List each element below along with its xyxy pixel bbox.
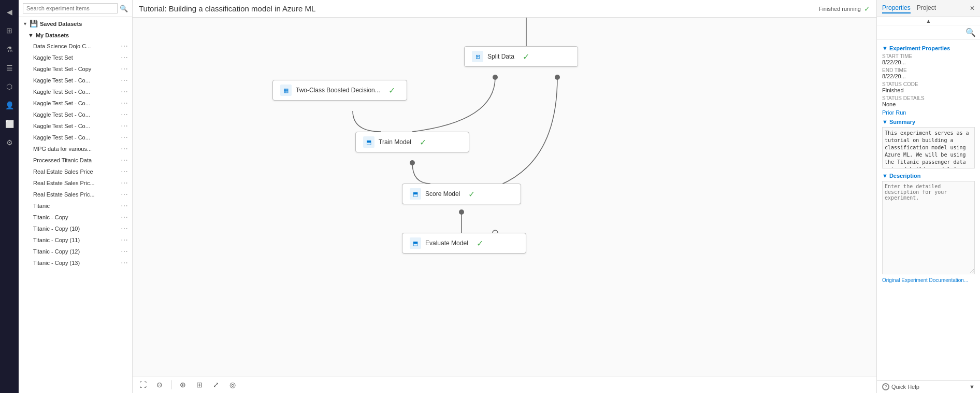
canvas[interactable]: ⊞ Split Data ✓ ▦ Two-Class Boosted Decis… [133, 18, 876, 376]
titanic-copy-13-item[interactable]: Titanic - Copy (13)⋯ [19, 257, 132, 269]
fit-button[interactable]: ⛶ [137, 378, 149, 391]
list-item[interactable]: Kaggle Test Set⋯ [19, 52, 132, 63]
list-item[interactable]: Real Estate Sales Price⋯ [19, 166, 132, 177]
description-section: ▼ Description [882, 173, 975, 179]
modules-icon[interactable]: ⬜ [2, 116, 17, 132]
experiments-icon[interactable]: ⚗ [2, 41, 17, 57]
table-view-button[interactable]: ⊞ [193, 378, 206, 391]
tab-project[interactable]: Project [917, 3, 936, 13]
train-model-node[interactable]: ⬒ Train Model ✓ [355, 132, 469, 152]
item-menu-icon[interactable]: ⋯ [121, 167, 128, 176]
item-menu-icon[interactable]: ⋯ [121, 247, 128, 256]
end-time-value: 8/22/20... [882, 73, 975, 79]
item-menu-icon[interactable]: ⋯ [121, 202, 128, 210]
zoom-out-button[interactable]: ⊖ [153, 378, 166, 391]
split-data-node[interactable]: ⊞ Split Data ✓ [464, 46, 578, 67]
list-item[interactable]: Kaggle Test Set - Co...⋯ [19, 109, 132, 120]
quick-help-section[interactable]: ? Quick Help ▼ [877, 380, 980, 393]
tab-properties[interactable]: Properties [882, 3, 911, 13]
list-item[interactable]: Kaggle Test Set - Co...⋯ [19, 75, 132, 86]
split-data-label: Split Data [487, 53, 514, 60]
two-class-check-icon: ✓ [388, 86, 395, 95]
data-icon[interactable]: ☰ [2, 60, 17, 76]
search-icon[interactable]: 🔍 [120, 5, 128, 12]
zoom-in-button[interactable]: ⊕ [177, 378, 189, 391]
item-menu-icon[interactable]: ⋯ [121, 99, 128, 107]
list-item[interactable]: MPG data for various...⋯ [19, 143, 132, 155]
list-item[interactable]: Kaggle Test Set - Co...⋯ [19, 97, 132, 109]
list-item[interactable]: Titanic - Copy (12)⋯ [19, 246, 132, 257]
item-menu-icon[interactable]: ⋯ [121, 179, 128, 187]
list-item[interactable]: Kaggle Test Set - Co...⋯ [19, 120, 132, 132]
item-menu-icon[interactable]: ⋯ [121, 236, 128, 244]
settings-icon[interactable]: ⚙ [2, 135, 17, 150]
item-menu-icon[interactable]: ⋯ [121, 42, 128, 50]
collapse-icon[interactable]: ◀ [2, 4, 17, 20]
summary-section: ▼ Summary [882, 119, 975, 125]
list-item[interactable]: Titanic - Copy (11)⋯ [19, 234, 132, 246]
item-menu-icon[interactable]: ⋯ [121, 259, 128, 267]
home-icon[interactable]: ⊞ [2, 23, 17, 38]
icon-bar: ◀ ⊞ ⚗ ☰ ⬡ 👤 ⬜ ⚙ [0, 0, 19, 393]
item-menu-icon[interactable]: ⋯ [121, 133, 128, 142]
my-datasets-label: My Datasets [36, 32, 69, 38]
list-item[interactable]: Titanic⋯ [19, 200, 132, 212]
my-datasets-header[interactable]: ▼ My Datasets [19, 30, 132, 40]
scroll-up-arrow[interactable]: ▲ [877, 17, 980, 25]
item-menu-icon[interactable]: ⋯ [121, 224, 128, 233]
item-menu-icon[interactable]: ⋯ [121, 145, 128, 153]
item-menu-icon[interactable]: ⋯ [121, 156, 128, 164]
svg-point-1 [493, 75, 498, 80]
item-menu-icon[interactable]: ⋯ [121, 65, 128, 73]
start-time-label: START TIME [882, 53, 975, 59]
item-menu-icon[interactable]: ⋯ [121, 76, 128, 85]
end-time-row: END TIME 8/22/20... [882, 67, 975, 79]
panel-close-icon[interactable]: ✕ [970, 5, 975, 12]
list-item[interactable]: Real Estate Sales Pric...⋯ [19, 177, 132, 189]
list-item[interactable]: Titanic - Copy⋯ [19, 212, 132, 223]
item-menu-icon[interactable]: ⋯ [121, 88, 128, 96]
item-menu-icon[interactable]: ⋯ [121, 53, 128, 62]
list-item[interactable]: Real Estate Sales Pric...⋯ [19, 189, 132, 200]
train-model-icon: ⬒ [363, 136, 374, 148]
two-class-node[interactable]: ▦ Two-Class Boosted Decision... ✓ [272, 80, 407, 101]
summary-triangle-icon: ▼ [882, 119, 888, 125]
search-input[interactable] [23, 3, 118, 13]
list-item[interactable]: Titanic - Copy (10)⋯ [19, 223, 132, 234]
trained-models-icon[interactable]: ⬡ [2, 79, 17, 94]
properties-header: Properties Project ✕ [877, 0, 980, 17]
sidebar-list: ▼ 💾 Saved Datasets ▼ My Datasets Data Sc… [19, 17, 132, 393]
evaluate-model-node[interactable]: ⬒ Evaluate Model ✓ [402, 233, 526, 254]
separator-btn [171, 380, 171, 389]
properties-tabs: Properties Project [882, 3, 936, 13]
saved-datasets-header[interactable]: ▼ 💾 Saved Datasets [19, 17, 132, 30]
summary-text[interactable]: This experiment serves as a tutorial on … [882, 127, 975, 169]
score-model-label: Score Model [425, 190, 460, 198]
processed-titanic-item[interactable]: Processed Titanic Data⋯ [19, 155, 132, 166]
prior-run-link[interactable]: Prior Run [882, 109, 975, 116]
score-model-node[interactable]: ⬒ Score Model ✓ [402, 184, 521, 204]
main-area: Tutorial: Building a classification mode… [133, 0, 876, 393]
description-textarea[interactable] [882, 181, 975, 274]
item-menu-icon[interactable]: ⋯ [121, 213, 128, 221]
status-code-value: Finished [882, 87, 975, 93]
status-code-label: STATUS CODE [882, 81, 975, 87]
sidebar: 🔍 ▼ 💾 Saved Datasets ▼ My Datasets Data … [19, 0, 133, 393]
list-item[interactable]: Kaggle Test Set - Copy⋯ [19, 63, 132, 75]
list-item[interactable]: Data Science Dojo C...⋯ [19, 40, 132, 52]
item-menu-icon[interactable]: ⋯ [121, 110, 128, 119]
my-datasets-arrow: ▼ [28, 32, 34, 38]
right-search-icon[interactable]: 🔍 [965, 27, 976, 37]
train-model-label: Train Model [379, 138, 411, 146]
doc-link[interactable]: Original Experiment Documentation... [882, 277, 975, 283]
expand-button[interactable]: ⤢ [210, 378, 222, 391]
list-item[interactable]: Kaggle Test Set - Co...⋯ [19, 86, 132, 97]
item-menu-icon[interactable]: ⋯ [121, 190, 128, 199]
status-bar: Finished running ✓ [819, 5, 870, 13]
list-item[interactable]: Kaggle Test Set - Co...⋯ [19, 132, 132, 143]
item-menu-icon[interactable]: ⋯ [121, 122, 128, 130]
svg-point-2 [555, 75, 560, 80]
svg-text:⬒: ⬒ [413, 240, 418, 246]
circle-button[interactable]: ◎ [226, 378, 239, 391]
people-icon[interactable]: 👤 [2, 97, 17, 113]
